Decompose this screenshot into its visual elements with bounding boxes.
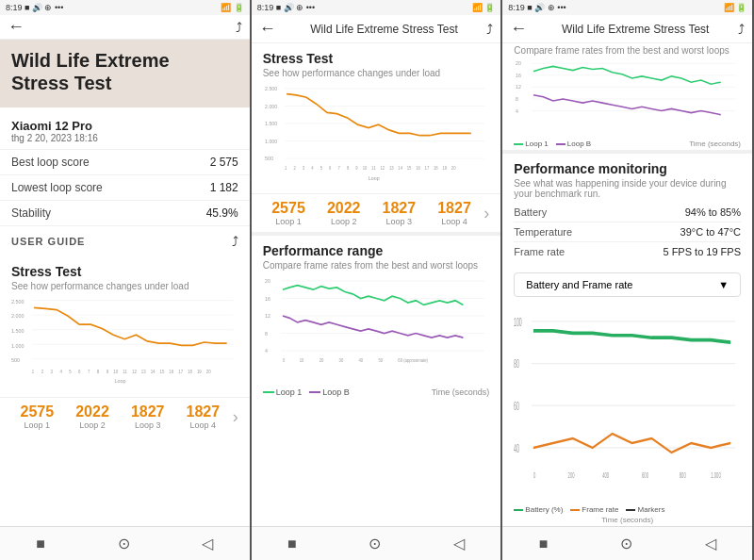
share-button-3[interactable]: ⤴ (738, 22, 745, 37)
nav-home-3[interactable]: ⊙ (620, 535, 632, 552)
loop-item-p2-1: 2022 Loop 2 (318, 200, 369, 226)
svg-text:5: 5 (320, 165, 322, 170)
svg-text:2.000: 2.000 (11, 313, 25, 319)
svg-text:80: 80 (514, 357, 519, 371)
svg-text:12: 12 (516, 84, 521, 90)
panel1-title: Wild Life ExtremeStress Test (11, 49, 238, 94)
perf-monitoring-section: Performance monitoring See what was happ… (502, 154, 752, 269)
guide-share-icon[interactable]: ⤴ (232, 234, 238, 249)
svg-text:15: 15 (406, 165, 411, 170)
back-button-3[interactable]: ← (510, 19, 527, 39)
dropdown-label: Battery and Frame rate (526, 279, 632, 290)
stat-value-0: 2 575 (210, 156, 238, 169)
svg-text:20: 20 (206, 370, 211, 374)
svg-text:16: 16 (265, 296, 270, 302)
stat-row-2: Stability 45.9% (0, 201, 250, 226)
perf-row-0: Battery 94% to 85% (514, 203, 741, 222)
loop-label-1: Loop 2 (67, 420, 119, 430)
svg-text:3: 3 (51, 370, 54, 374)
panel-3: 8:19 ■ 🔊 ⊕ ••• 📶 🔋 ← Wild Life Extreme S… (502, 0, 754, 560)
nav-back-3[interactable]: ◁ (705, 535, 716, 552)
perf-row-2: Frame rate 5 FPS to 19 FPS (514, 242, 741, 261)
loop-score-0: 2575 (11, 404, 63, 420)
share-button-1[interactable]: ⤴ (236, 20, 242, 35)
perf-range-chart: 20 16 12 8 4 Frame rate 0 10 20 30 40 (263, 274, 490, 378)
svg-text:7: 7 (337, 165, 340, 170)
stress-sub-2: See how performance changes under load (263, 68, 490, 78)
svg-text:13: 13 (141, 370, 146, 374)
stat-label-1: Lowest loop score (11, 181, 103, 194)
loop-more-icon: › (233, 407, 238, 427)
stat-value-1: 1 182 (210, 181, 238, 194)
svg-text:3: 3 (303, 165, 305, 170)
svg-text:6: 6 (78, 370, 81, 374)
svg-text:1.000: 1.000 (11, 343, 25, 349)
perf-monitoring-title: Performance monitoring (514, 161, 741, 176)
stress-title-2: Stress Test (263, 51, 490, 66)
svg-text:4: 4 (265, 348, 268, 354)
nav-back-2[interactable]: ◁ (453, 535, 465, 552)
svg-text:60: 60 (514, 399, 519, 412)
svg-text:500: 500 (11, 357, 20, 363)
back-button-1[interactable]: ← (8, 17, 25, 37)
share-button-2[interactable]: ⤴ (486, 22, 493, 37)
svg-text:16: 16 (416, 165, 420, 170)
svg-text:0: 0 (283, 357, 286, 362)
status-time-1: 8:19 ■ 🔊 ⊕ ••• (6, 3, 63, 12)
svg-text:8: 8 (97, 370, 100, 374)
status-icons-2: 📶 🔋 (472, 3, 496, 12)
time-seconds-label-3: Time (seconds) (689, 140, 741, 148)
legend-icon-loop1: Loop 1 (263, 387, 303, 397)
perf-key-1: Temperature (514, 226, 572, 238)
nav-stop-1[interactable]: ■ (36, 535, 45, 552)
nav-stop-3[interactable]: ■ (539, 535, 549, 552)
perf-val-2: 5 FPS to 19 FPS (663, 246, 741, 257)
panel1-header: Wild Life ExtremeStress Test (0, 40, 250, 107)
nav-bar-1: ■ ⊙ ◁ (0, 526, 250, 560)
legend-framerate-label: Frame rate (582, 505, 618, 514)
svg-text:2.500: 2.500 (265, 86, 277, 91)
svg-text:10: 10 (113, 370, 118, 374)
loop-item-1: 2022 Loop 2 (67, 404, 119, 430)
svg-text:12: 12 (380, 165, 385, 170)
loop-more-p2: › (484, 204, 489, 223)
status-bar-1: 8:19 ■ 🔊 ⊕ ••• 📶 🔋 (0, 0, 250, 15)
nav-back-1[interactable]: ◁ (202, 535, 213, 552)
loop-item-3: 1827 Loop 4 (177, 404, 229, 430)
back-button-2[interactable]: ← (259, 19, 276, 39)
stat-label-0: Best loop score (11, 156, 90, 169)
svg-text:15: 15 (160, 370, 165, 374)
stat-label-2: Stability (11, 206, 51, 220)
nav-stop-2[interactable]: ■ (287, 535, 297, 552)
mini-frame-chart: 20 16 12 8 4 (502, 58, 752, 138)
user-guide-label[interactable]: USER GUIDE (11, 236, 85, 247)
legend-markers-label: Markers (637, 505, 664, 514)
svg-text:8: 8 (265, 331, 268, 337)
svg-text:16: 16 (169, 370, 173, 374)
perf-range-sub: Compare frame rates from the best and wo… (263, 260, 490, 271)
svg-text:12: 12 (132, 370, 137, 374)
stress-chart-1: 2.500 2.000 1.500 1.000 500 Score 1 2 3 (11, 295, 238, 389)
legend-time-axis: Time (seconds) (432, 387, 490, 397)
top-bar-3: ← Wild Life Extreme Stress Test ⤴ (502, 15, 752, 43)
loop-label-p2-0: Loop 1 (263, 217, 315, 226)
svg-text:1.000: 1.000 (265, 139, 277, 144)
status-bar-2: 8:19 ■ 🔊 ⊕ ••• 📶 🔋 (252, 0, 501, 15)
dropdown-row[interactable]: Battery and Frame rate ▼ (514, 272, 741, 297)
svg-text:40: 40 (358, 357, 363, 362)
loop-scores-2: 2575 Loop 1 2022 Loop 2 1827 Loop 3 1827… (252, 193, 501, 232)
top-bar-1: ← ⤴ (0, 15, 250, 40)
nav-home-1[interactable]: ⊙ (118, 535, 130, 552)
loop-score-p2-2: 1827 (373, 200, 425, 217)
svg-text:20: 20 (319, 357, 323, 362)
loop-item-0: 2575 Loop 1 (11, 404, 63, 430)
loop-score-p2-3: 1827 (429, 200, 481, 217)
svg-text:60 (approximate): 60 (approximate) (398, 357, 428, 362)
stress-title-1: Stress Test (11, 264, 238, 279)
status-time-2: 8:19 ■ 🔊 ⊕ ••• (257, 3, 315, 12)
stat-row-1: Lowest loop score 1 182 (0, 175, 250, 201)
loop-item-p2-3: 1827 Loop 4 (429, 200, 481, 226)
svg-text:9: 9 (355, 165, 358, 170)
nav-home-2[interactable]: ⊙ (369, 535, 381, 552)
top-title-3: Wild Life Extreme Stress Test (533, 23, 738, 36)
